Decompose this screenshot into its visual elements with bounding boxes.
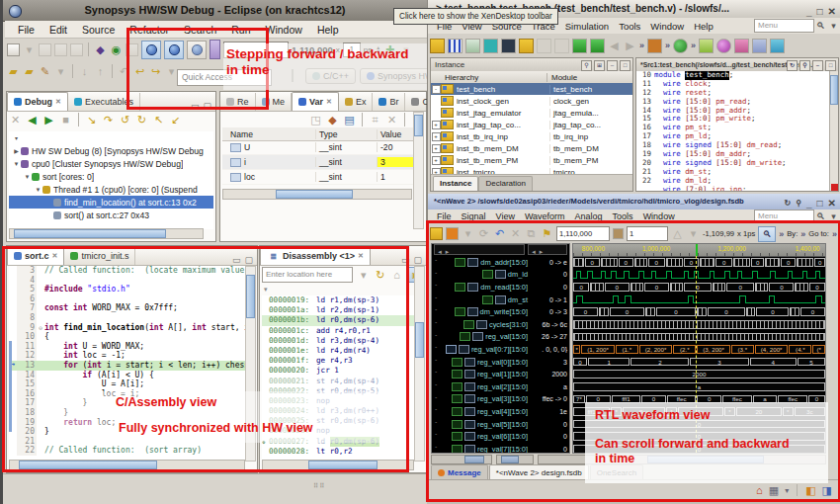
collapse-icon[interactable]: ▤ [343,114,356,126]
variable-row[interactable]: U__sint-20 [222,140,414,155]
menu-item-tools[interactable]: Tools [614,20,645,33]
instance-row[interactable]: +inst_tb_mem_PMtb_mem_PM [431,154,632,166]
sphere-icon[interactable] [716,39,731,53]
tab-br[interactable]: Br [373,93,405,111]
cut-icon[interactable]: ✕ [509,227,522,240]
reload-design-icon[interactable] [590,39,605,53]
search-dropdown-icon[interactable]: ▾ [827,211,840,221]
signal-row[interactable]: reg_val[0][15:0]3 [432,356,569,369]
tab-ex[interactable]: Ex [339,93,374,111]
signal-header-left[interactable]: ◄ ► [434,244,525,255]
chevron-icon[interactable]: » [800,229,805,239]
panel-buttons[interactable]: ▭▢ [401,255,426,265]
open-session-icon[interactable] [519,39,534,53]
menu-item-window[interactable]: Window [638,211,680,221]
variable-row[interactable]: i__sint3 [222,155,414,170]
new-watch-icon[interactable]: ⌗ [369,114,381,126]
highlighter-icon[interactable]: ✎ [39,65,51,78]
column-header-type[interactable]: Type [316,129,378,139]
time-slider[interactable] [210,40,220,59]
disassembly-vscrollbar[interactable] [414,266,425,462]
panel-buttons[interactable]: ▭▢ [191,101,215,111]
chevron-icon[interactable]: » [779,229,784,239]
tab-debug[interactable]: Debug✕ [7,92,68,111]
code-line[interactable]: 5#include "stdio.h" [9,285,246,294]
instance-row[interactable]: inst_clock_genclock_gen [431,95,632,107]
signal-hscrollbar[interactable] [431,455,492,464]
code-line[interactable]: 11 int U = WORD_MAX; [9,342,246,352]
asm-line[interactable]: 00000020:jcr 1 [262,366,415,376]
zoom-icon[interactable]: 🔍︎ [758,226,776,242]
save-icon[interactable] [39,43,51,56]
resume-icon[interactable]: ◀ [26,114,39,126]
new-dropdown-icon[interactable]: ▾ [23,43,36,56]
chevron-icon[interactable]: » [665,41,670,50]
show-type-icon[interactable]: ◳ [309,114,322,126]
verdi-window-buttons[interactable]: _□✕ [806,3,836,19]
bookmark-icon[interactable]: ⚑ [541,227,553,240]
add-wave-icon[interactable] [699,39,714,53]
tab-sort-c[interactable]: sort.c✕ [7,246,64,265]
debug-config-icon[interactable]: ◆ [94,43,107,56]
undo-icon[interactable]: ↶ [493,227,506,240]
eclipse-title-bar[interactable]: Synopsys HW/SW Debug - Eclipse (on krach… [3,0,427,22]
debug-tree-item[interactable]: ▼sort [cores: 0] [9,170,213,183]
terminate-icon[interactable]: ■ [59,114,72,126]
signal-row[interactable]: reg_val[5][15:0]0 [432,418,569,431]
cursor-time-field[interactable]: 1,110,000 [556,226,610,241]
menu-item-window[interactable]: Window [259,23,309,37]
location-input[interactable]: Enter location here [262,267,353,283]
copy-icon[interactable]: ⧉ [525,227,538,240]
signal-row[interactable]: reg_val[1][15:0]2000 [432,368,569,380]
step-back-in-time-button[interactable] [141,41,161,59]
dropdown-icon[interactable]: ▾ [462,227,474,240]
verilog-source[interactable]: 10module test_bench;11 wire clock;12 wir… [636,71,830,191]
menu-item-help[interactable]: Help [310,23,346,37]
connect-icon[interactable]: ◧ [805,484,815,497]
run-icon[interactable]: ◉ [110,43,123,56]
menu-item-file[interactable]: File [11,23,42,37]
step-forward-in-time-button[interactable] [164,41,184,59]
step-over-icon[interactable]: ↷ [102,114,115,126]
panel-buttons[interactable]: ▭▢ [232,255,257,265]
search-icon[interactable]: 🔍︎ [814,21,827,31]
transport-icon[interactable] [770,39,785,53]
asm-line[interactable]: 00000028:lt r0,r2 [262,447,415,457]
signal-row[interactable]: dm_st0 -> 1 [432,294,569,306]
nwave-title-bar[interactable]: *<nWave 2> /slowfs/de02asip03/rieder/Mod… [428,194,840,210]
signal-header-right[interactable]: ◄ ► [528,244,567,255]
code-line[interactable]: 12 int loc = -1; [9,351,246,361]
menu-item-waveform[interactable]: Waveform [520,211,570,221]
wave-row[interactable]: 2000 [573,368,825,380]
step-back-icon[interactable]: ↖ [152,114,165,126]
wave-row[interactable]: 000000 [573,305,825,318]
code-line[interactable]: 8 [9,313,246,323]
location-dropdown-icon[interactable]: ▾ [357,269,370,282]
signal-row[interactable]: reg_val[0:7][15:0]. 0, 0, 0} [432,343,569,356]
tab-re[interactable]: Re [220,93,256,111]
undo-icon[interactable]: ↶ [118,65,130,78]
home-icon[interactable]: ⌂ [390,269,403,282]
menu-item-tools[interactable]: Tools [608,211,638,221]
save-all-icon[interactable] [54,43,67,56]
active-annotation-icon[interactable] [647,39,662,53]
code-line[interactable]: 7const int WORD_MAX = 0x7fff; [9,303,246,313]
menu-item-signal[interactable]: Signal [457,211,491,221]
layout-dropdown-icon[interactable]: ▾ [785,486,789,495]
signal-row[interactable]: dm_ld0 [432,269,569,282]
show-logical-icon[interactable]: ◆ [326,114,339,126]
menu-search-input[interactable]: Menu [754,210,814,223]
down-arrow-icon[interactable]: ↓ [78,65,91,78]
tab-disassembly[interactable]: ≣ Disassembly <1>✕ [260,246,371,265]
asm-line[interactable]: 0000001c:add r4,r0,r1 [262,326,415,336]
netlist-icon[interactable] [483,39,498,53]
code-line[interactable]: 22// Called function: (sort array) [9,446,246,456]
signal-row[interactable]: reg_val[6][15:0]0 [432,430,569,443]
column-header-hierarchy[interactable]: Hierarchy [431,73,547,82]
tool-icon[interactable] [126,43,138,56]
instance-row[interactable]: inst_jtag_emulatorjtag_emula... [431,107,632,119]
up-arrow-icon[interactable]: ↑ [94,65,107,78]
attach-icon[interactable] [554,39,569,53]
signal-row[interactable]: dm_read[15:0]0 [432,281,569,294]
search-icon[interactable]: 🔍︎ [814,211,827,221]
